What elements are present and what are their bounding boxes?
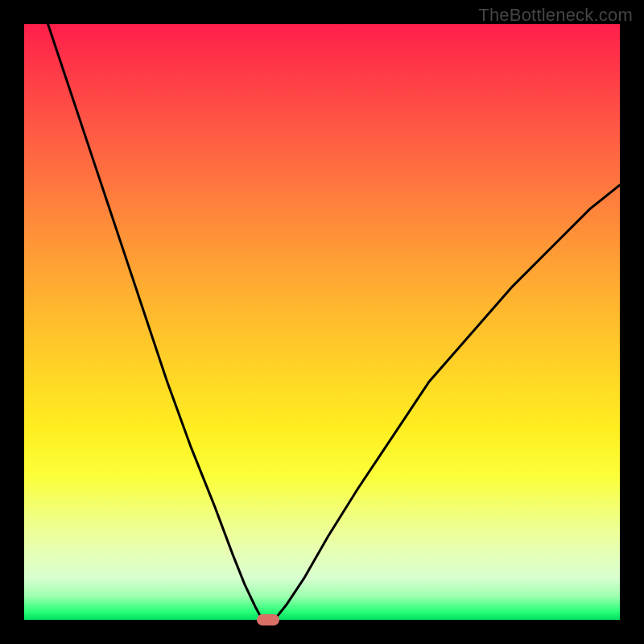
bottleneck-curve (24, 24, 620, 620)
chart-plot-area (24, 24, 620, 620)
watermark-text: TheBottleneck.com (478, 5, 633, 26)
bottleneck-marker (257, 614, 279, 625)
